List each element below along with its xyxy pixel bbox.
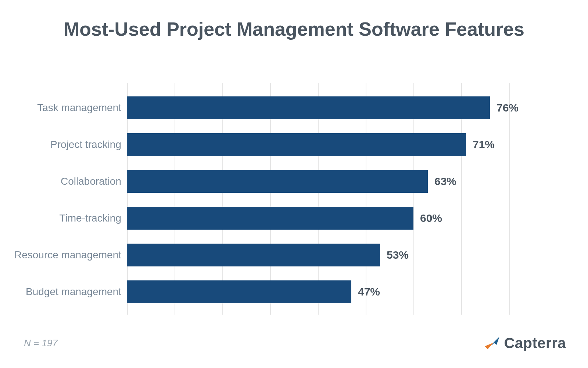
bar-value-label: 47% [358,286,380,298]
bar-value-label: 53% [387,249,409,261]
sample-size-footnote: N = 197 [24,337,58,349]
chart-container: Most-Used Project Management Software Fe… [0,0,588,368]
bar-row: 76% [127,96,519,119]
bar [127,207,413,230]
category-label: Resource management [4,249,121,261]
category-label: Task management [4,102,121,114]
bar-row: 63% [127,170,456,193]
plot-area: 76% 71% 63% 60% 53% 47% [127,83,509,315]
bar-row: 71% [127,133,495,156]
capterra-arrow-icon [484,335,500,351]
bar-value-label: 76% [496,102,519,114]
brand-logo: Capterra [484,335,566,351]
bar-row: 47% [127,280,380,303]
category-label: Budget management [4,286,121,298]
category-label: Time-tracking [4,212,121,224]
bar-value-label: 71% [473,138,495,151]
bar [127,170,428,193]
brand-name: Capterra [504,335,566,351]
bar [127,133,466,156]
bar [127,244,380,266]
category-label: Project tracking [4,139,121,151]
svg-marker-0 [485,343,494,349]
svg-marker-2 [494,337,499,345]
bar-row: 53% [127,244,409,266]
bar [127,280,351,303]
bar [127,96,490,119]
bar-value-label: 63% [434,175,456,188]
category-label: Collaboration [4,176,121,187]
bar-value-label: 60% [420,212,442,224]
chart-title: Most-Used Project Management Software Fe… [0,18,588,40]
bar-row: 60% [127,207,442,230]
